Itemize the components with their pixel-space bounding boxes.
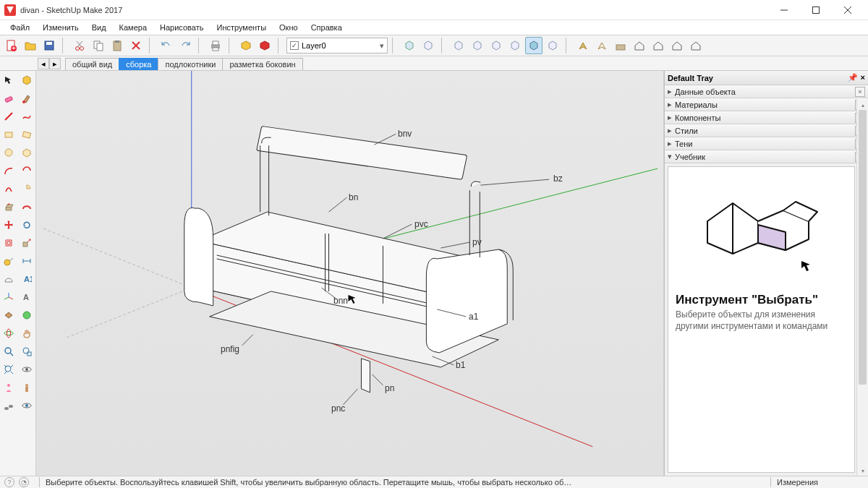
menu-camera[interactable]: Камера (114, 22, 153, 33)
arc3-tool-icon[interactable] (1, 181, 17, 197)
help-icon[interactable]: ? (4, 477, 14, 487)
pan-tool-icon[interactable] (19, 325, 35, 341)
house2-icon[interactable] (650, 37, 667, 54)
view-iso-icon[interactable] (401, 37, 418, 54)
followme-tool-icon[interactable] (19, 199, 35, 215)
view-back-icon[interactable] (488, 37, 505, 54)
line-tool-icon[interactable] (1, 108, 17, 124)
warehouse-icon[interactable] (256, 37, 273, 54)
zoom-extents-icon[interactable] (544, 37, 561, 54)
polygon-tool-icon[interactable] (19, 145, 35, 160)
minimize-button[interactable] (768, 0, 800, 20)
panel-materials[interactable]: ▸Материалы× (665, 98, 868, 111)
viewport[interactable]: bnv bz bn pvc pv bnn a1 pnfig b1 pn pnc (36, 71, 664, 476)
select-tool-icon[interactable] (1, 72, 17, 88)
walk-tool-icon[interactable] (1, 398, 17, 414)
svg-rect-23 (5, 96, 13, 103)
menu-edit[interactable]: Изменить (37, 22, 85, 33)
menu-file[interactable]: Файл (4, 22, 35, 33)
arc2-tool-icon[interactable] (19, 163, 35, 179)
undo-icon[interactable] (158, 37, 175, 54)
scene-tab-1[interactable]: сборка (119, 58, 158, 70)
new-file-icon[interactable]: + (3, 37, 20, 54)
arc-tool-icon[interactable] (1, 163, 17, 179)
scene-tab-3[interactable]: разметка боковин (222, 58, 302, 70)
view-right-icon[interactable] (469, 37, 486, 54)
save-icon[interactable] (41, 37, 58, 54)
move-tool-icon[interactable] (1, 217, 17, 233)
addloc-tool-icon[interactable] (19, 307, 35, 323)
3dtext-tool-icon[interactable]: A (19, 289, 35, 305)
tray-title[interactable]: Default Tray 📌 × (665, 71, 868, 85)
print-icon[interactable] (207, 37, 224, 54)
tray-scrollbar[interactable]: ▴▾ (856, 100, 868, 476)
panel-styles[interactable]: ▸Стили× (665, 124, 868, 137)
panel-components[interactable]: ▸Компоненты× (665, 111, 868, 124)
rotated-rect-tool-icon[interactable] (19, 127, 35, 142)
scene-tab-2[interactable]: подлокотники (158, 58, 223, 70)
component-icon[interactable] (237, 37, 255, 54)
style-wire-icon[interactable] (593, 37, 610, 54)
close-button[interactable] (832, 0, 864, 20)
component-tool-icon[interactable] (19, 72, 35, 88)
eye2-tool-icon[interactable] (19, 398, 35, 414)
eraser-tool-icon[interactable] (1, 90, 17, 106)
protractor-tool-icon[interactable] (1, 271, 17, 287)
svg-rect-30 (23, 242, 27, 247)
menu-draw[interactable]: Нарисовать (154, 22, 209, 33)
open-file-icon[interactable] (22, 37, 39, 54)
paint-tool-icon[interactable] (19, 90, 35, 106)
user-icon[interactable]: ◔ (19, 477, 29, 487)
tape-tool-icon[interactable] (1, 253, 17, 269)
orbit-tool-icon[interactable] (1, 325, 17, 341)
scene-tab-0[interactable]: общий вид (65, 58, 119, 70)
panel-entity-info[interactable]: ▸Данные объекта× (665, 85, 868, 98)
main-area: A1 A (0, 71, 868, 476)
zoomwin-tool-icon[interactable] (19, 343, 35, 359)
style-shaded-icon[interactable] (574, 37, 592, 54)
menu-window[interactable]: Окно (273, 22, 304, 33)
panel-instructor[interactable]: ▾Учебник× (665, 150, 868, 163)
house1-icon[interactable] (631, 37, 648, 54)
rotate-tool-icon[interactable] (19, 217, 35, 233)
rectangle-tool-icon[interactable] (1, 127, 17, 142)
circle-tool-icon[interactable] (1, 145, 17, 160)
offset-tool-icon[interactable] (1, 235, 17, 251)
look-tool-icon[interactable] (19, 380, 35, 395)
panel-close-icon[interactable]: × (855, 87, 865, 97)
scene-next-icon[interactable]: ▸ (49, 58, 61, 69)
redo-icon[interactable] (176, 37, 194, 54)
cut-icon[interactable] (71, 37, 88, 54)
person-tool-icon[interactable] (1, 380, 17, 395)
dimension-tool-icon[interactable] (19, 253, 35, 269)
tray-close-icon[interactable]: × (861, 73, 865, 83)
section-tool-icon[interactable] (1, 307, 17, 323)
pushpull-tool-icon[interactable] (1, 199, 17, 215)
scale-tool-icon[interactable] (19, 235, 35, 251)
style-hidden-icon[interactable] (612, 37, 629, 54)
paste-icon[interactable] (109, 37, 126, 54)
axes-tool-icon[interactable] (1, 289, 17, 305)
menu-help[interactable]: Справка (305, 22, 348, 33)
view-persp-icon[interactable] (525, 37, 542, 54)
scene-prev-icon[interactable]: ◂ (38, 58, 49, 69)
copy-icon[interactable] (90, 37, 107, 54)
eye-tool-icon[interactable] (19, 361, 35, 377)
menu-view[interactable]: Вид (86, 22, 112, 33)
layer-selector[interactable]: ✓Layer0 ▾ (286, 38, 388, 53)
house4-icon[interactable] (687, 37, 705, 54)
house3-icon[interactable] (668, 37, 686, 54)
menu-tools[interactable]: Инструменты (210, 22, 272, 33)
panel-shadows[interactable]: ▸Тени× (665, 137, 868, 150)
pie-tool-icon[interactable] (19, 181, 35, 197)
view-front-icon[interactable] (450, 37, 467, 54)
delete-icon[interactable] (127, 37, 145, 54)
maximize-button[interactable] (800, 0, 832, 20)
zoomext2-tool-icon[interactable] (1, 361, 17, 377)
view-top-icon[interactable] (420, 37, 437, 54)
pin-icon[interactable]: 📌 (848, 73, 858, 83)
freehand-tool-icon[interactable] (19, 108, 35, 124)
text-tool-icon[interactable]: A1 (19, 271, 35, 287)
zoom-tool-icon[interactable] (1, 343, 17, 359)
view-left-icon[interactable] (506, 37, 524, 54)
